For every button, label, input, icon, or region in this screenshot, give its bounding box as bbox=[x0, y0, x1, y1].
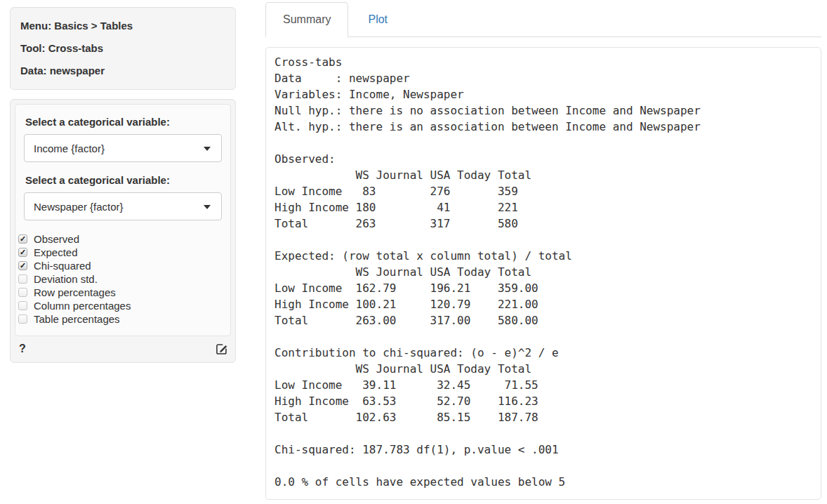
help-button[interactable]: ? bbox=[19, 343, 26, 355]
tool-info-panel: Menu: Basics > Tables Tool: Cross-tabs D… bbox=[10, 7, 236, 90]
checkbox-icon: ✓ bbox=[18, 261, 27, 270]
variable1-select[interactable]: Income {factor} bbox=[24, 134, 222, 162]
checkbox-list: ✓ Observed ✓ Expected ✓ Chi-squared Devi… bbox=[18, 232, 222, 326]
checkbox-icon bbox=[18, 288, 27, 297]
checkbox-icon bbox=[18, 314, 27, 324]
edit-report-icon[interactable] bbox=[216, 343, 228, 355]
checkbox-label: Observed bbox=[34, 233, 79, 245]
controls-inner-box: Select a categorical variable: Income {f… bbox=[15, 104, 231, 336]
checkbox-label: Row percentages bbox=[34, 286, 116, 298]
tab-bar: Summary Plot bbox=[265, 2, 821, 37]
variable1-value: Income {factor} bbox=[34, 142, 105, 154]
sidebar: Menu: Basics > Tables Tool: Cross-tabs D… bbox=[10, 7, 236, 363]
app-root: Menu: Basics > Tables Tool: Cross-tabs D… bbox=[10, 7, 821, 500]
checkbox-icon bbox=[18, 301, 27, 310]
dataset-name: Data: newspaper bbox=[20, 64, 225, 78]
checkbox-label: Column percentages bbox=[34, 300, 131, 312]
checkbox-label: Chi-squared bbox=[34, 260, 91, 272]
caret-down-icon bbox=[204, 147, 211, 151]
tab-plot[interactable]: Plot bbox=[348, 2, 407, 37]
menu-breadcrumb: Menu: Basics > Tables bbox=[20, 19, 225, 33]
checkbox-icon bbox=[18, 274, 27, 284]
caret-down-icon bbox=[204, 205, 211, 209]
help-row: ? bbox=[15, 336, 231, 357]
variable2-select[interactable]: Newspaper {factor} bbox=[24, 192, 222, 220]
checkbox-icon: ✓ bbox=[18, 248, 27, 257]
variable1-label: Select a categorical variable: bbox=[25, 116, 222, 128]
crosstab-summary-text: Cross-tabs Data : newspaper Variables: I… bbox=[274, 54, 812, 490]
checkbox-chi-squared[interactable]: ✓ Chi-squared bbox=[18, 259, 222, 272]
variable2-value: Newspaper {factor} bbox=[34, 201, 124, 213]
checkbox-row-percentages[interactable]: Row percentages bbox=[18, 286, 222, 299]
variable2-label: Select a categorical variable: bbox=[25, 174, 222, 186]
checkbox-label: Deviation std. bbox=[34, 273, 98, 285]
controls-panel: Select a categorical variable: Income {f… bbox=[10, 99, 236, 363]
tab-summary[interactable]: Summary bbox=[265, 2, 348, 37]
checkbox-column-percentages[interactable]: Column percentages bbox=[18, 299, 222, 312]
checkbox-expected[interactable]: ✓ Expected bbox=[18, 246, 222, 259]
main-area: Summary Plot Cross-tabs Data : newspaper… bbox=[265, 2, 821, 500]
tool-name: Tool: Cross-tabs bbox=[20, 41, 225, 55]
checkbox-deviation-std[interactable]: Deviation std. bbox=[18, 272, 222, 286]
checkbox-icon: ✓ bbox=[18, 234, 27, 244]
checkbox-table-percentages[interactable]: Table percentages bbox=[18, 312, 222, 326]
checkbox-observed[interactable]: ✓ Observed bbox=[18, 232, 222, 246]
checkbox-label: Table percentages bbox=[34, 313, 120, 325]
summary-output-box: Cross-tabs Data : newspaper Variables: I… bbox=[265, 47, 821, 500]
checkbox-label: Expected bbox=[34, 246, 78, 258]
